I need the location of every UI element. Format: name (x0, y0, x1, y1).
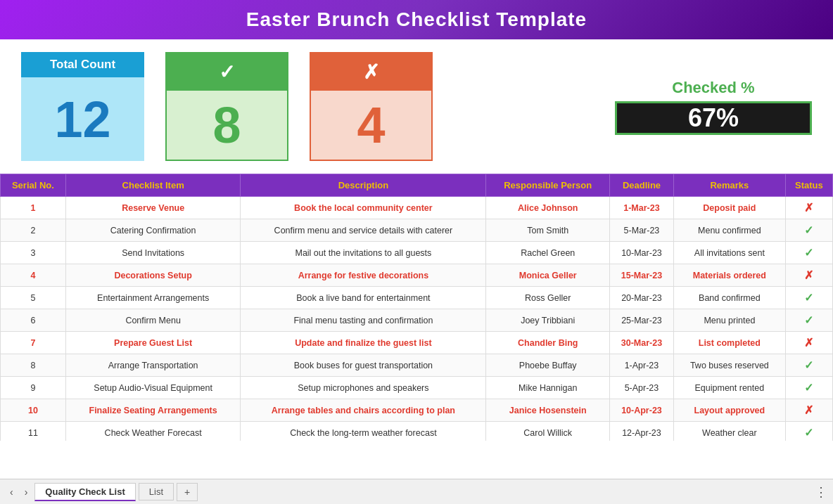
status-check-icon: ✓ (804, 359, 813, 371)
cell-serial: 4 (1, 264, 66, 287)
status-check-icon: ✓ (804, 382, 813, 394)
cell-item: Arrange Transportation (65, 354, 241, 377)
cell-item: Finalize Seating Arrangements (65, 399, 241, 422)
table-row: 11 Check Weather Forecast Check the long… (1, 422, 833, 441)
cell-description: Setup microphones and speakers (241, 377, 486, 399)
cell-status: ✓ (785, 219, 832, 242)
table-row: 10 Finalize Seating Arrangements Arrange… (1, 399, 833, 422)
checked-count-box: ✓ 8 (165, 52, 288, 161)
cell-description: Final menu tasting and confirmation (241, 309, 486, 332)
status-cross-icon: ✗ (804, 337, 813, 349)
cell-item: Setup Audio-Visual Equipment (65, 377, 241, 399)
tab-list[interactable]: List (139, 483, 174, 500)
cell-person: Chandler Bing (486, 332, 610, 354)
cell-deadline: 10-Apr-23 (610, 399, 674, 422)
percent-label: Checked % (672, 79, 754, 97)
cell-deadline: 5-Mar-23 (610, 219, 674, 242)
checked-value: 8 (167, 91, 287, 160)
page-title: Easter Brunch Checklist Template (246, 8, 587, 30)
status-cross-icon: ✗ (804, 404, 813, 416)
cell-person: Joey Tribbiani (486, 309, 610, 332)
bottom-bar: ‹ › Quality Check List List + ⋮ (0, 479, 833, 504)
cell-serial: 6 (1, 309, 66, 332)
unchecked-value: 4 (311, 91, 431, 160)
cell-serial: 9 (1, 377, 66, 399)
col-status: Status (785, 174, 832, 197)
cell-description: Arrange for festive decorations (241, 264, 486, 287)
total-count-label: Total Count (21, 52, 144, 77)
cell-serial: 7 (1, 332, 66, 354)
total-count-box: Total Count 12 (21, 52, 144, 161)
cell-remarks: Weather clear (673, 422, 785, 441)
cell-deadline: 20-Mar-23 (610, 287, 674, 309)
cell-item: Send Invitations (65, 242, 241, 264)
cell-person: Ross Geller (486, 287, 610, 309)
col-serial: Serial No. (1, 174, 66, 197)
page-header: Easter Brunch Checklist Template (0, 0, 833, 39)
cell-description: Book buses for guest transportation (241, 354, 486, 377)
cell-status: ✓ (785, 354, 832, 377)
cell-item: Reserve Venue (65, 197, 241, 219)
cell-description: Confirm menu and service details with ca… (241, 219, 486, 242)
cell-serial: 11 (1, 422, 66, 441)
table-row: 5 Entertainment Arrangements Book a live… (1, 287, 833, 309)
col-deadline: Deadline (610, 174, 674, 197)
stats-row: Total Count 12 ✓ 8 ✗ 4 Checked % 67% (0, 39, 833, 174)
cell-person: Mike Hannigan (486, 377, 610, 399)
status-cross-icon: ✗ (804, 269, 813, 281)
cell-deadline: 5-Apr-23 (610, 377, 674, 399)
col-person: Responsible Person (486, 174, 610, 197)
table-row: 7 Prepare Guest List Update and finalize… (1, 332, 833, 354)
tab-quality-check-list[interactable]: Quality Check List (34, 483, 135, 501)
cell-remarks: Band confirmed (673, 287, 785, 309)
cell-remarks: Deposit paid (673, 197, 785, 219)
cell-remarks: Two buses reserved (673, 354, 785, 377)
cell-status: ✗ (785, 197, 832, 219)
total-count-value: 12 (21, 77, 144, 161)
sheet-menu-button[interactable]: ⋮ (815, 484, 827, 500)
cell-person: Monica Geller (486, 264, 610, 287)
cell-serial: 3 (1, 242, 66, 264)
cell-status: ✓ (785, 309, 832, 332)
col-item: Checklist Item (65, 174, 241, 197)
percent-value: 67% (615, 101, 812, 135)
cell-item: Prepare Guest List (65, 332, 241, 354)
cell-status: ✗ (785, 264, 832, 287)
next-sheet-button[interactable]: › (20, 485, 32, 499)
table-row: 9 Setup Audio-Visual Equipment Setup mic… (1, 377, 833, 399)
table-row: 1 Reserve Venue Book the local community… (1, 197, 833, 219)
cell-remarks: All invitations sent (673, 242, 785, 264)
cell-person: Carol Willick (486, 422, 610, 441)
cell-item: Entertainment Arrangements (65, 287, 241, 309)
status-check-icon: ✓ (804, 427, 813, 439)
cell-serial: 10 (1, 399, 66, 422)
status-check-icon: ✓ (804, 292, 813, 304)
unchecked-count-box: ✗ 4 (310, 52, 433, 161)
table-row: 8 Arrange Transportation Book buses for … (1, 354, 833, 377)
table-row: 2 Catering Confirmation Confirm menu and… (1, 219, 833, 242)
cell-person: Alice Johnson (486, 197, 610, 219)
cell-description: Arrange tables and chairs according to p… (241, 399, 486, 422)
cell-remarks: Menu printed (673, 309, 785, 332)
cell-description: Book a live band for entertainment (241, 287, 486, 309)
cell-item: Check Weather Forecast (65, 422, 241, 441)
checklist-table: Serial No. Checklist Item Description Re… (0, 174, 833, 441)
cell-serial: 1 (1, 197, 66, 219)
cell-deadline: 12-Apr-23 (610, 422, 674, 441)
status-check-icon: ✓ (804, 224, 813, 236)
cell-deadline: 1-Apr-23 (610, 354, 674, 377)
add-sheet-button[interactable]: + (177, 483, 198, 501)
prev-sheet-button[interactable]: ‹ (6, 485, 18, 499)
table-container: Serial No. Checklist Item Description Re… (0, 174, 833, 441)
cell-remarks: Layout approved (673, 399, 785, 422)
percent-section: Checked % 67% (615, 79, 812, 135)
cell-deadline: 15-Mar-23 (610, 264, 674, 287)
cell-item: Catering Confirmation (65, 219, 241, 242)
table-row: 4 Decorations Setup Arrange for festive … (1, 264, 833, 287)
table-row: 6 Confirm Menu Final menu tasting and co… (1, 309, 833, 332)
cell-status: ✓ (785, 422, 832, 441)
cell-status: ✓ (785, 377, 832, 399)
cell-remarks: Materials ordered (673, 264, 785, 287)
cell-description: Update and finalize the guest list (241, 332, 486, 354)
cell-deadline: 30-Mar-23 (610, 332, 674, 354)
